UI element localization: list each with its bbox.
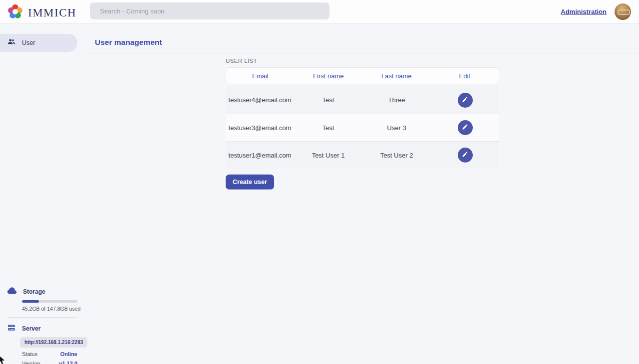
user-last-name: Three: [362, 96, 431, 104]
server-icon: [7, 323, 16, 334]
app-logo[interactable]: IMMICH: [7, 3, 76, 22]
sidebar-item-user[interactable]: User: [0, 34, 77, 52]
user-first-name: Test: [294, 96, 362, 104]
storage-progress-bar: [22, 300, 77, 303]
server-title: Server: [22, 325, 40, 332]
title-divider: [85, 53, 639, 53]
topbar-right: Administration: [561, 0, 631, 23]
server-version-row: Version v1.12.0: [22, 361, 77, 364]
column-edit: Edit: [431, 72, 499, 80]
user-first-name: Test: [294, 124, 362, 132]
user-table-header: Email First name Last name Edit: [226, 67, 499, 84]
user-email: testuser4@email.com: [226, 96, 294, 104]
table-row: testuser4@email.com Test Three: [226, 86, 499, 114]
user-table-body: testuser4@email.com Test Three testuser3…: [226, 86, 499, 169]
version-value: v1.12.0: [59, 361, 77, 364]
user-last-name: Test User 2: [362, 152, 431, 159]
column-email: Email: [226, 72, 295, 80]
sidebar: User Storage 45.2GB of 147.8GB used: [0, 23, 85, 364]
edit-user-button[interactable]: [458, 120, 473, 135]
status-label: Status: [22, 351, 37, 357]
column-first-name: First name: [295, 72, 363, 80]
app-title: IMMICH: [28, 6, 76, 19]
user-email: testuser1@email.com: [226, 152, 294, 159]
table-row: testuser3@email.com Test User 3: [226, 114, 499, 141]
version-label: Version: [22, 361, 40, 364]
user-list-label: USER LIST: [226, 58, 499, 64]
server-status-row: Status Online: [22, 351, 77, 357]
cloud-icon: [7, 286, 17, 298]
table-row: testuser1@email.com Test User 1 Test Use…: [226, 141, 499, 169]
user-first-name: Test User 1: [294, 152, 362, 159]
storage-progress-fill: [22, 300, 39, 303]
immich-flower-icon: [7, 3, 23, 22]
edit-user-button[interactable]: [458, 148, 473, 163]
sidebar-bottom: Storage 45.2GB of 147.8GB used Server ht…: [0, 283, 85, 364]
status-value: Online: [60, 351, 77, 357]
page-title: User management: [95, 38, 162, 47]
pencil-icon: [462, 96, 468, 104]
administration-link[interactable]: Administration: [561, 8, 607, 15]
storage-usage-text: 45.2GB of 147.8GB used: [22, 306, 85, 312]
main-content: USER LIST Email First name Last name Edi…: [226, 58, 499, 189]
storage-title: Storage: [23, 288, 45, 295]
column-last-name: Last name: [362, 72, 431, 80]
storage-widget-header: Storage: [7, 286, 85, 298]
user-last-name: User 3: [362, 124, 431, 132]
pencil-icon: [462, 124, 468, 132]
user-avatar[interactable]: [615, 3, 631, 20]
users-icon: [7, 37, 16, 48]
search-input[interactable]: [90, 2, 329, 19]
topbar: IMMICH Administration: [0, 0, 639, 23]
sidebar-divider: [7, 317, 77, 318]
sidebar-item-user-label: User: [22, 39, 35, 46]
pencil-icon: [462, 151, 468, 159]
server-url-badge: http://192.168.1.216:2283: [20, 337, 87, 348]
create-user-button[interactable]: Create user: [226, 175, 274, 189]
server-widget-header: Server: [7, 323, 85, 334]
user-email: testuser3@email.com: [226, 124, 294, 132]
edit-user-button[interactable]: [458, 93, 473, 108]
